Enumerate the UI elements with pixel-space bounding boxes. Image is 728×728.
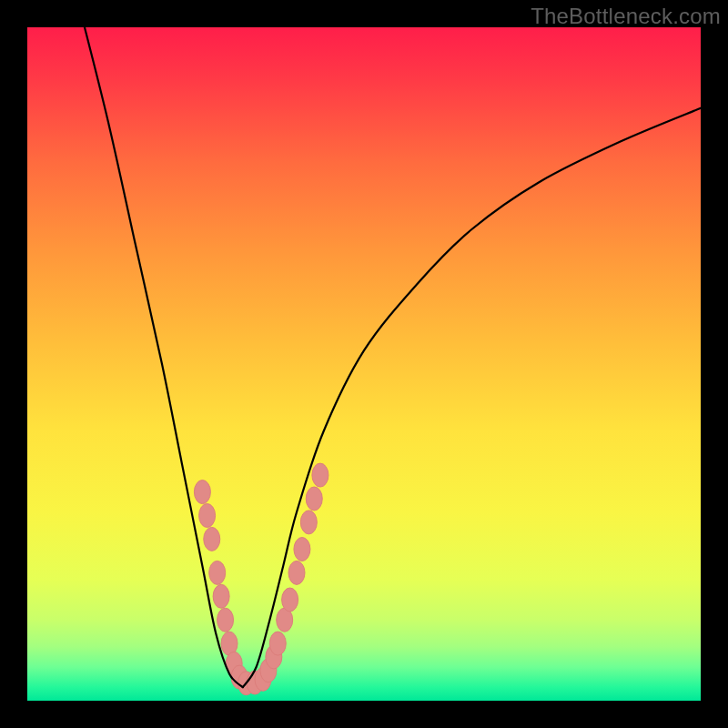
data-marker (312, 463, 329, 487)
data-marker (199, 504, 216, 528)
data-marker (288, 561, 305, 584)
data-marker (194, 480, 210, 504)
data-markers (194, 463, 329, 695)
watermark-text: TheBottleneck.com (531, 4, 721, 29)
data-marker (209, 561, 226, 584)
data-marker (217, 608, 234, 632)
data-marker (300, 511, 317, 534)
plot-area (27, 27, 701, 701)
data-marker (294, 538, 310, 561)
data-marker (269, 632, 286, 655)
data-marker (306, 487, 322, 511)
chart-svg (27, 27, 701, 701)
chart-frame: TheBottleneck.com (0, 0, 728, 728)
curve-right-branch (243, 108, 701, 687)
data-marker (282, 588, 298, 612)
data-marker (213, 584, 229, 608)
data-marker (204, 527, 220, 551)
